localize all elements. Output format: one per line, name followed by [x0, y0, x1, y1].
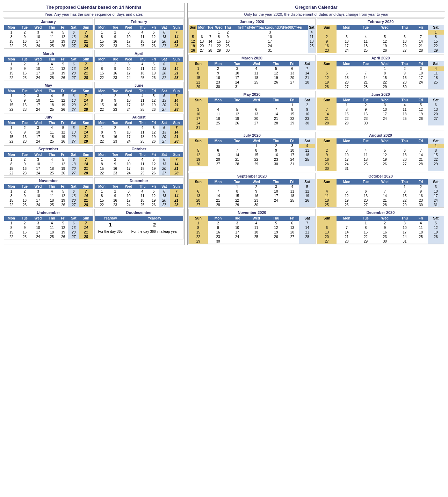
greg-september: September 2020 SunMonTueWedThuFriSat 123…	[188, 173, 316, 208]
greg-april: April 2020 SunMonTueWedThuFriSat 1234 56…	[317, 55, 444, 89]
october-table: MonTueWedThuFriSatSun 1234567 8910111213…	[95, 152, 183, 175]
month-undecember-title: Undecember	[4, 209, 93, 216]
right-title: Gregorian Calendar	[188, 3, 445, 12]
greg-september-title: September 2020	[189, 173, 315, 179]
month-october-title: October	[95, 146, 183, 152]
greg-august-table: SunMonTueWedThuFriSat 1 2345678 91011121…	[317, 138, 444, 171]
greg-july-table: SunMonTueWedThuFriSat 1234 567891011 121…	[189, 138, 315, 166]
left-subtitle: Year: Any year has the same sequence of …	[3, 12, 184, 17]
yearday-header2: Yearday	[126, 216, 183, 221]
gregorian-months-grid: January 2020 SunMonTueWedThufri-h" style…	[188, 17, 445, 245]
month-may: May MonTueWedThuFriSatSun 1234567 891011…	[4, 82, 93, 112]
greg-may-table: SunMonTueWedThuFriSat 12 3456789 1011121…	[189, 98, 315, 130]
month-march: March MonTueWedThuFriSatSun 1234567 8910…	[4, 50, 93, 80]
greg-november-title: November 2020	[189, 209, 315, 216]
greg-july: July 2020 SunMonTueWedThuFriSat 1234 567…	[188, 132, 316, 171]
greg-june-title: June 2020	[317, 91, 444, 98]
july-table: MonTueWedThuFriSatSun 1234567 8910111213…	[4, 120, 93, 144]
month-july: July MonTueWedThuFriSatSun 1234567 89101…	[4, 114, 93, 144]
proposed-months-grid: January MonTueWedThuFriSatSun 1234567 89…	[3, 17, 184, 240]
february-table: MonTueWedThuFriSatSun 1234567 8910111213…	[95, 25, 183, 48]
month-october: October MonTueWedThuFriSatSun 1234567 89…	[94, 145, 183, 176]
month-september: September MonTueWedThuFriSatSun 1234567 …	[4, 145, 93, 176]
yearday-value1: 1	[95, 221, 126, 229]
greg-february: February 2020 SunMonTueWedThuFriSat 1 23…	[317, 18, 444, 53]
greg-april-title: April 2020	[317, 55, 444, 61]
january-table: MonTueWedThuFriSatSun 1234567 8910111213…	[4, 25, 93, 48]
yearday-header1: Yearday	[95, 216, 126, 221]
june-table: MonTueWedThuFriSatSun 1234567 8910111213…	[95, 88, 183, 112]
right-panel: Gregorian Calendar Only for the year 202…	[187, 3, 445, 245]
greg-october-title: October 2020	[317, 173, 444, 179]
greg-september-table: SunMonTueWedThuFriSat 12345 6789101112 1…	[189, 179, 315, 207]
month-january: January MonTueWedThuFriSatSun 1234567 89…	[4, 18, 93, 49]
month-duodecember: Duodecember Yearday Yearday 1 2 For the …	[94, 209, 183, 239]
month-undecember: Undecember MonTueWedThuFriSatSun 1234567…	[4, 209, 93, 239]
greg-october-table: SunMonTueWedThuFriSat 123 45678910 11121…	[317, 179, 444, 207]
month-june-title: June	[95, 82, 183, 88]
august-table: MonTueWedThuFriSatSun 1234567 8910111213…	[95, 120, 183, 144]
left-panel: The proposed Calendar based on 14 Months…	[3, 3, 185, 245]
greg-august: August 2020 SunMonTueWedThuFriSat 1 2345…	[317, 132, 444, 171]
greg-may-title: May 2020	[189, 91, 315, 98]
greg-december-title: December 2020	[317, 209, 444, 216]
greg-january: January 2020 SunMonTueWedThufri-h" style…	[188, 18, 316, 53]
month-april: April MonTueWedThuFriSatSun 1234567 8910…	[94, 50, 183, 80]
greg-march-title: March 2020	[189, 55, 315, 61]
month-december: December MonTueWedThuFriSatSun 1234567 8…	[94, 177, 183, 208]
month-august-title: August	[95, 114, 183, 120]
right-subtitle: Only for the year 2020, the displacement…	[188, 12, 445, 17]
month-april-title: April	[95, 50, 183, 57]
september-table: MonTueWedThuFriSatSun 1234567 8910111213…	[4, 152, 93, 175]
greg-february-table: SunMonTueWedThuFriSat 1 2345678 91011121…	[317, 25, 444, 53]
month-may-title: May	[4, 82, 93, 88]
duodecember-yearday-table: Yearday Yearday 1 2 For the day 365 For …	[95, 216, 183, 235]
greg-november-table: SunMonTueWedThuFriSat 1234567 8910111213…	[189, 216, 315, 244]
yearday-note2: For the day 366 in a leap year	[126, 229, 183, 235]
month-july-title: July	[4, 114, 93, 120]
month-august: August MonTueWedThuFriSatSun 1234567 891…	[94, 114, 183, 144]
yearday-note1: For the day 365	[95, 229, 126, 235]
april-table: MonTueWedThuFriSatSun 1234567 8910111213…	[95, 57, 183, 80]
left-title: The proposed Calendar based on 14 Months	[3, 3, 184, 12]
month-december-title: December	[95, 178, 183, 184]
may-table: MonTueWedThuFriSatSun 1234567 8910111213…	[4, 88, 93, 112]
greg-june: June 2020 SunMonTueWedThuFriSat 123456 7…	[317, 91, 444, 130]
december-table: MonTueWedThuFriSatSun 1234567 8910111213…	[95, 184, 183, 207]
greg-march: March 2020 SunMonTueWedThuFriSat 1234567…	[188, 55, 316, 89]
greg-march-table: SunMonTueWedThuFriSat 1234567 8910111213…	[189, 61, 315, 89]
greg-august-title: August 2020	[317, 132, 444, 138]
greg-february-title: February 2020	[317, 19, 444, 25]
greg-november: November 2020 SunMonTueWedThuFriSat 1234…	[188, 209, 316, 244]
november-table: MonTueWedThuFriSatSun 1234567 8910111213…	[4, 184, 93, 207]
greg-december: December 2020 SunMonTueWedThuFriSat 1234…	[317, 209, 444, 244]
month-november-title: November	[4, 178, 93, 184]
greg-october: October 2020 SunMonTueWedThuFriSat 123 4…	[317, 173, 444, 208]
month-november: November MonTueWedThuFriSatSun 1234567 8…	[4, 177, 93, 208]
march-table: MonTueWedThuFriSatSun 1234567 8910111213…	[4, 57, 93, 80]
month-september-title: September	[4, 146, 93, 152]
greg-july-title: July 2020	[189, 132, 315, 138]
greg-may: May 2020 SunMonTueWedThuFriSat 12 345678…	[188, 91, 316, 130]
greg-june-table: SunMonTueWedThuFriSat 123456 78910111213…	[317, 98, 444, 125]
month-february-title: February	[95, 19, 183, 25]
greg-december-table: SunMonTueWedThuFriSat 12345 6789101112 1…	[317, 216, 444, 244]
greg-january-title: January 2020	[189, 19, 315, 25]
month-duodecember-title: Duodecember	[95, 209, 183, 216]
greg-january-table: SunMonTueWedThufri-h" style="background:…	[189, 25, 315, 53]
undecember-table: MonTueWedThuFriSatSun 1234567 8910111213…	[4, 216, 93, 239]
month-january-title: January	[4, 19, 93, 25]
month-june: June MonTueWedThuFriSatSun 1234567 89101…	[94, 82, 183, 112]
month-march-title: March	[4, 50, 93, 57]
yearday-value2: 2	[126, 221, 183, 229]
month-february: February MonTueWedThuFriSatSun 1234567 8…	[94, 18, 183, 49]
main-container: The proposed Calendar based on 14 Months…	[0, 0, 448, 248]
greg-april-table: SunMonTueWedThuFriSat 1234 567891011 121…	[317, 61, 444, 89]
